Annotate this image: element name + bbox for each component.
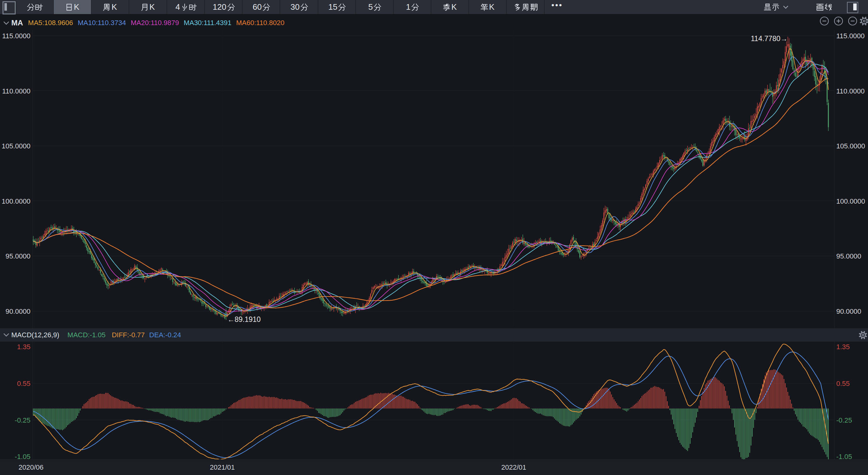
- svg-text:2021/01: 2021/01: [210, 464, 235, 471]
- svg-text:95.0000: 95.0000: [836, 252, 861, 260]
- svg-text:115.0000: 115.0000: [836, 32, 865, 40]
- svg-text:1.35: 1.35: [17, 343, 30, 351]
- svg-text:-1.05: -1.05: [836, 453, 852, 461]
- svg-text:-0.25: -0.25: [836, 416, 852, 424]
- svg-text:95.0000: 95.0000: [5, 252, 30, 260]
- svg-text:105.0000: 105.0000: [2, 142, 30, 150]
- svg-text:-1.05: -1.05: [15, 453, 30, 461]
- svg-text:105.0000: 105.0000: [836, 142, 865, 150]
- svg-text:100.0000: 100.0000: [2, 197, 30, 205]
- svg-text:110.0000: 110.0000: [2, 87, 30, 95]
- svg-text:2022/01: 2022/01: [501, 464, 526, 471]
- svg-text:0.55: 0.55: [836, 380, 850, 387]
- svg-text:0.55: 0.55: [17, 380, 30, 387]
- svg-text:100.0000: 100.0000: [836, 197, 865, 205]
- svg-text:2020/06: 2020/06: [19, 464, 44, 471]
- svg-text:114.7780→: 114.7780→: [751, 35, 787, 43]
- svg-text:110.0000: 110.0000: [836, 87, 865, 95]
- svg-text:90.0000: 90.0000: [836, 307, 861, 315]
- svg-text:-0.25: -0.25: [15, 416, 30, 424]
- svg-text:90.0000: 90.0000: [5, 307, 30, 315]
- svg-text:←89.1910: ←89.1910: [227, 315, 261, 324]
- svg-text:1.35: 1.35: [836, 343, 850, 351]
- svg-text:115.0000: 115.0000: [2, 32, 30, 40]
